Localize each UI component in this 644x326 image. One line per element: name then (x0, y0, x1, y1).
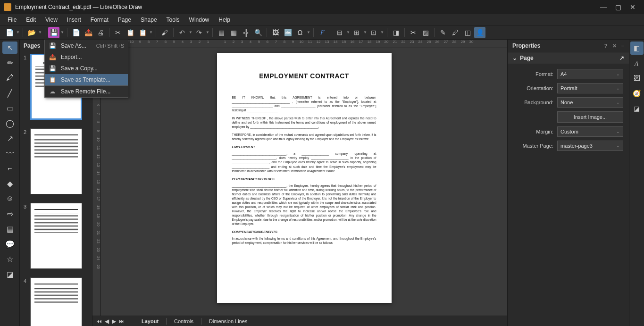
new-dropdown[interactable]: ▼ (16, 30, 20, 34)
undo-dropdown[interactable]: ▼ (189, 30, 192, 34)
line-color-tool[interactable]: ✏ (2, 57, 17, 69)
tab-dimension-lines[interactable]: Dimension Lines (203, 317, 253, 326)
styles-tab[interactable]: 𝐴 (630, 57, 644, 70)
menu-edit[interactable]: Edit (22, 15, 40, 25)
export-item[interactable]: 📤 Export... (45, 51, 128, 63)
menu-tools[interactable]: Tools (163, 15, 184, 25)
redo-button[interactable]: ↷ (193, 27, 205, 38)
menu-file[interactable]: File (4, 15, 20, 25)
fill-color-tool[interactable]: 🖍 (2, 72, 17, 84)
image-button[interactable]: 🖼 (270, 27, 281, 38)
page-thumb-3[interactable]: 3 (22, 203, 90, 269)
points-button[interactable]: ✎ (437, 27, 449, 38)
save-as-item[interactable]: 💾 Save As... Ctrl+Shift+S (45, 40, 128, 51)
line-tool[interactable]: ╱ (2, 87, 17, 99)
prev-page-button[interactable]: ◀ (105, 318, 109, 325)
select-tool[interactable]: ↖ (2, 42, 17, 54)
save-dropdown[interactable]: ▼ (60, 30, 64, 34)
page-thumb-4[interactable]: 4 (22, 277, 90, 326)
distribute-dropdown[interactable]: ▼ (380, 30, 384, 34)
page-thumb-2[interactable]: 2 (22, 128, 90, 194)
distribute-button[interactable]: ⊡ (368, 27, 379, 38)
snap-button[interactable]: ▦ (228, 27, 239, 38)
save-remote-item[interactable]: ☁ Save Remote File... (45, 86, 128, 97)
export-button[interactable]: 📤 (83, 27, 94, 38)
shapes-tab[interactable]: ◪ (630, 102, 644, 115)
align-button[interactable]: ⊟ (334, 27, 345, 38)
more-options-icon[interactable]: ↗ (619, 55, 624, 61)
open-dropdown[interactable]: ▼ (38, 30, 42, 34)
paste-dropdown[interactable]: ▼ (149, 30, 153, 34)
menu-window[interactable]: Window (185, 15, 213, 25)
symbol-shapes-tool[interactable]: ☺ (2, 192, 17, 205)
draw-button[interactable]: 👤 (474, 27, 485, 38)
arrange-button[interactable]: ⊞ (351, 27, 362, 38)
copy-button[interactable]: 📋 (125, 27, 136, 38)
clone-format-button[interactable]: 🖌 (159, 27, 170, 38)
grid-button[interactable]: ▦ (216, 27, 227, 38)
3d-tool[interactable]: ◪ (2, 268, 17, 280)
helplines-button[interactable]: ╬ (240, 27, 251, 38)
export-pdf-button[interactable]: 📄 (70, 27, 82, 38)
save-as-template-item[interactable]: 📋 Save as Template... (45, 74, 128, 86)
close-panel-icon[interactable]: ✕ (612, 43, 617, 49)
next-page-button[interactable]: ▶ (112, 318, 116, 325)
menu-view[interactable]: View (42, 15, 61, 25)
margin-select[interactable]: Custom⌄ (557, 126, 623, 137)
paste-button[interactable]: 📋 (137, 27, 148, 38)
rectangle-tool[interactable]: ▭ (2, 102, 17, 114)
help-icon[interactable]: ? (604, 43, 608, 49)
navigator-tab[interactable]: 🧭 (630, 87, 644, 100)
maximize-button[interactable]: ▢ (615, 3, 621, 11)
menu-page[interactable]: Page (114, 15, 135, 25)
open-button[interactable]: 📂 (26, 27, 37, 38)
special-char-dropdown[interactable]: ▼ (307, 30, 310, 34)
cut-button[interactable]: ✂ (112, 27, 124, 38)
gluepoints-button[interactable]: 🖊 (450, 27, 461, 38)
block-arrows-tool[interactable]: ⇨ (2, 208, 17, 220)
arrow-tool[interactable]: ↗ (2, 132, 17, 144)
first-page-button[interactable]: ⏮ (96, 318, 102, 325)
insert-image-button[interactable]: Insert Image... (557, 111, 623, 123)
background-select[interactable]: None⌄ (557, 97, 623, 108)
undo-button[interactable]: ↶ (176, 27, 188, 38)
orientation-select[interactable]: Portrait⌄ (557, 83, 623, 93)
last-page-button[interactable]: ⏭ (119, 318, 125, 325)
new-button[interactable]: 📄 (4, 27, 15, 38)
zoom-button[interactable]: 🔍 (252, 27, 264, 38)
filter-button[interactable]: ▨ (420, 27, 431, 38)
format-select[interactable]: A4⌄ (557, 69, 623, 79)
minimize-button[interactable]: — (600, 3, 607, 11)
print-button[interactable]: 🖨 (95, 27, 106, 38)
menu-icon[interactable]: ≡ (621, 43, 624, 49)
close-button[interactable]: ✕ (630, 3, 636, 11)
callout-tool[interactable]: 💬 (2, 238, 17, 250)
ellipse-tool[interactable]: ◯ (2, 117, 17, 129)
redo-dropdown[interactable]: ▼ (206, 30, 209, 34)
connector-tool[interactable]: ⌐ (2, 162, 17, 175)
extrusion-button[interactable]: ◫ (462, 27, 473, 38)
menu-insert[interactable]: Insert (63, 15, 85, 25)
tab-controls[interactable]: Controls (168, 317, 199, 326)
special-char-button[interactable]: Ω (294, 27, 306, 38)
align-dropdown[interactable]: ▼ (346, 30, 350, 34)
master-page-select[interactable]: master-page3⌄ (557, 141, 623, 151)
menu-shape[interactable]: Shape (137, 15, 161, 25)
properties-tab[interactable]: ◧ (630, 42, 644, 55)
save-button[interactable]: 💾 (48, 27, 59, 38)
horizontal-ruler[interactable]: 1312111098765432112345678910111213141516… (92, 40, 507, 48)
stars-tool[interactable]: ☆ (2, 253, 17, 265)
document-page[interactable]: EMPLOYMENT CONTRACT BE IT KNOWN, that th… (217, 53, 392, 303)
flowchart-tool[interactable]: ▤ (2, 223, 17, 235)
canvas-scroll[interactable]: EMPLOYMENT CONTRACT BE IT KNOWN, that th… (101, 48, 507, 326)
basic-shapes-tool[interactable]: ◆ (2, 177, 17, 190)
page-section-header[interactable]: ⌄ Page ↗ (508, 52, 629, 64)
textbox-button[interactable]: 🔤 (282, 27, 293, 38)
curve-tool[interactable]: 〰 (2, 147, 17, 159)
tab-layout[interactable]: Layout (136, 317, 164, 326)
menu-format[interactable]: Format (87, 15, 112, 25)
shadow-button[interactable]: ◨ (390, 27, 401, 38)
gallery-tab[interactable]: 🖼 (630, 72, 644, 85)
fontwork-button[interactable]: 𝐹 (317, 27, 328, 38)
arrange-dropdown[interactable]: ▼ (363, 30, 367, 34)
